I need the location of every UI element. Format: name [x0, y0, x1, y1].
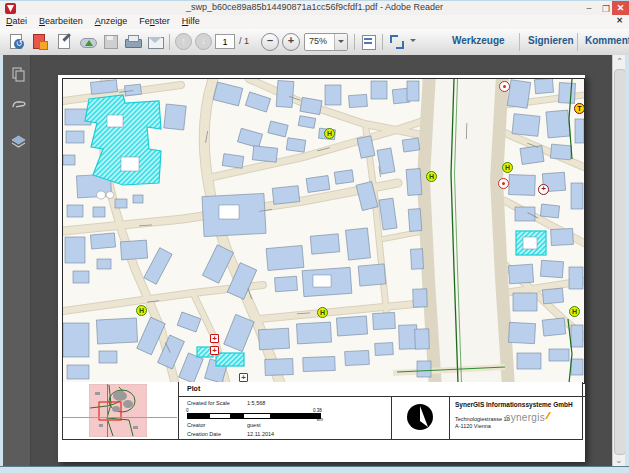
fullscreen-icon[interactable] [388, 33, 406, 51]
save-icon[interactable] [102, 33, 120, 51]
open-file-icon[interactable]: ↺ [7, 33, 25, 51]
company-section: SynerGIS Informationssysteme GmbH Techno… [449, 396, 585, 439]
window-right-border [625, 55, 629, 466]
map-marker-bus: H [324, 128, 335, 139]
plot-metadata-section: Created for Scale 1:5,568 0 0.38 km Crea… [179, 396, 391, 439]
map-marker-tram: T [574, 103, 585, 114]
scale-bar-end: 0.38 [313, 408, 322, 413]
creator-label: Creator [187, 422, 205, 428]
print-icon[interactable] [124, 33, 142, 51]
overview-map-section [63, 382, 178, 439]
date-label: Creation Date [187, 431, 221, 437]
zoom-level-select[interactable]: 75% [304, 33, 348, 51]
map-marker-pharm: + [210, 334, 219, 343]
creator-value: guest [247, 422, 260, 428]
window-bottom-border [0, 466, 629, 473]
date-value: 12.11.2014 [247, 431, 274, 437]
north-arrow-section [391, 396, 449, 439]
scroll-up-icon[interactable]: ⌃ [615, 57, 624, 66]
page-number-input[interactable] [215, 34, 235, 49]
page-total-label: / 1 [239, 36, 249, 46]
navigation-sidebar [3, 55, 31, 466]
map-marker-bus: H [136, 305, 147, 316]
map-markers-layer: HHHHHHT++++ [63, 79, 584, 383]
map-marker-hosp: + [538, 184, 549, 195]
cloud-upload-icon[interactable] [79, 33, 97, 51]
sign-panel-button[interactable]: Signieren [528, 35, 574, 46]
map-title-block: Plot Created for Scale 1:5,568 0 0.38 km… [62, 382, 583, 440]
scale-bar-unit: km [317, 417, 323, 422]
menu-bar: Datei Bearbeiten Anzeige Fenster Hilfe ✕ [0, 15, 629, 30]
company-address2: A-1120 Vienna [455, 423, 491, 429]
company-name: SynerGIS Informationssysteme GmbH [455, 401, 573, 408]
minimize-button[interactable]: – [581, 1, 597, 16]
plot-info-box: Plot Created for Scale 1:5,568 0 0.38 km… [178, 382, 584, 439]
plot-title: Plot [187, 385, 200, 392]
map-marker-pharm: + [210, 346, 219, 355]
map-marker-red [498, 178, 509, 189]
scroll-down-icon[interactable]: ⌄ [615, 455, 623, 465]
toolbar: ↺ ↑ ↓ / 1 – + 75% [0, 29, 629, 56]
fill-sign-icon[interactable] [55, 33, 73, 51]
scale-bar-start: 0 [186, 408, 189, 413]
pdf-page[interactable]: HHHHHHT++++ [58, 75, 585, 462]
map-marker-red [499, 81, 510, 92]
company-address1: Technologiestrasse 10 [455, 416, 510, 422]
map-marker-bus: H [317, 307, 328, 318]
layers-icon[interactable] [11, 135, 26, 150]
synergis-logo-accent-icon [545, 412, 551, 419]
page-thumbnails-icon[interactable] [11, 67, 26, 82]
map-marker-bus: H [502, 162, 513, 173]
attachments-icon[interactable] [11, 99, 26, 114]
comment-panel-button[interactable]: Kommentar [585, 35, 629, 46]
title-bar[interactable]: _swp_b60ce89a85b14490871a1cc56f9cfdf1.pd… [0, 0, 629, 16]
scale-value: 1:5,568 [247, 400, 265, 406]
scale-bar [187, 413, 321, 419]
close-document-icon[interactable]: ✕ [616, 16, 623, 25]
synergis-logo: synergis [505, 412, 545, 423]
map-frame: HHHHHHT++++ [62, 78, 585, 384]
north-arrow-icon [406, 403, 434, 431]
window-title: _swp_b60ce89a85b14490871a1cc56f9cfdf1.pd… [0, 2, 629, 12]
menu-anzeige[interactable]: Anzeige [89, 15, 134, 29]
extent-crosshair-horizontal [63, 417, 177, 418]
zoom-out-button[interactable]: – [261, 33, 279, 51]
close-button[interactable]: ✕ [612, 1, 629, 16]
menu-hilfe[interactable]: Hilfe [176, 15, 206, 29]
extent-crosshair-vertical [107, 384, 108, 437]
vertical-scrollbar[interactable]: ⌃ ⌄ [612, 55, 626, 466]
chevron-down-icon[interactable] [334, 34, 347, 50]
map-marker-pharm: + [239, 373, 248, 382]
scroll-mode-icon[interactable] [360, 33, 378, 51]
map-marker-bus: H [569, 306, 580, 317]
overview-map [89, 384, 147, 437]
zoom-in-button[interactable]: + [282, 33, 300, 51]
tools-panel-button[interactable]: Werkzeuge [452, 35, 505, 46]
zoom-level-value: 75% [309, 36, 327, 46]
menu-fenster[interactable]: Fenster [133, 15, 176, 29]
scale-label: Created for Scale [187, 400, 230, 406]
map-marker-bus: H [426, 171, 437, 182]
create-pdf-icon[interactable] [30, 33, 48, 51]
email-icon[interactable] [147, 33, 165, 51]
menu-bearbeiten[interactable]: Bearbeiten [33, 15, 89, 29]
menu-datei[interactable]: Datei [0, 15, 33, 29]
